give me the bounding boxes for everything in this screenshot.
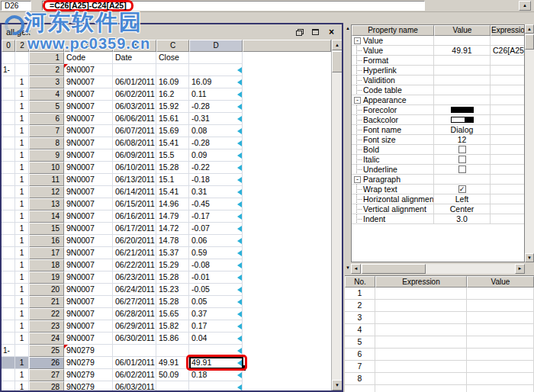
outline-cell[interactable]: 1 (15, 162, 29, 174)
cell-diff[interactable]: 0.04 (189, 333, 243, 345)
property-value[interactable] (434, 155, 491, 164)
cell-close[interactable]: 15.69 (156, 125, 189, 137)
cell-date[interactable]: 06/24/2011 (113, 284, 156, 296)
property-value[interactable]: 49.91 (434, 46, 491, 55)
row-header[interactable]: 10 (29, 162, 64, 174)
outline-cell[interactable] (2, 198, 15, 210)
cell-close[interactable]: 15.1 (156, 174, 189, 186)
cell-code[interactable]: 9N0007 (64, 284, 113, 296)
cell-code[interactable]: 9N0007 (64, 198, 113, 210)
property-value[interactable] (434, 175, 491, 184)
outline-cell[interactable]: 1 (15, 259, 29, 272)
cell-date[interactable] (113, 345, 156, 357)
property-expression[interactable] (491, 165, 524, 174)
property-name[interactable]: Bold (352, 145, 434, 154)
outline-cell[interactable]: 1 (15, 357, 29, 369)
value-cell[interactable] (467, 361, 534, 373)
formula-input[interactable]: =C26[A25]-C24[A25] (42, 1, 425, 11)
cell-date[interactable]: 06/09/2011 (113, 149, 156, 162)
property-name[interactable]: Value (352, 46, 434, 55)
property-value[interactable] (434, 95, 491, 104)
property-expression[interactable] (491, 125, 524, 134)
maximize-icon[interactable] (310, 27, 321, 37)
row-header[interactable]: 12 (29, 186, 64, 198)
cell-date[interactable]: 06/03/2011 (113, 101, 156, 113)
property-expression[interactable] (491, 175, 524, 184)
outline-cell[interactable] (2, 174, 15, 186)
outline-cell[interactable] (15, 64, 29, 76)
outline-cell[interactable] (2, 52, 15, 64)
row-header[interactable]: 6 (29, 113, 64, 125)
cell-date[interactable]: 06/23/2011 (113, 272, 156, 284)
row-header[interactable]: 20 (29, 284, 64, 296)
cell-diff[interactable]: -0.45 (189, 198, 243, 210)
row-header[interactable]: 3 (29, 76, 64, 88)
property-expression[interactable] (491, 185, 524, 194)
collapse-icon[interactable]: - (354, 37, 361, 44)
cell-close[interactable]: 15.41 (156, 186, 189, 198)
row-number-cell[interactable]: 1 (345, 288, 375, 300)
value-cell[interactable] (467, 312, 534, 324)
cell-date[interactable]: 06/22/2011 (113, 259, 156, 272)
checkbox-checked-icon[interactable]: ✓ (458, 185, 466, 193)
cell-close[interactable] (156, 345, 189, 357)
property-value[interactable] (434, 85, 491, 95)
cell-code[interactable]: 9N0007 (64, 149, 113, 162)
outline-cell[interactable] (2, 149, 15, 162)
column-header-c[interactable]: C (156, 40, 189, 52)
outline-cell[interactable] (2, 296, 15, 308)
outline-cell[interactable] (2, 320, 15, 333)
cell-diff[interactable]: 16.09 (189, 76, 243, 88)
outline-cell[interactable] (2, 381, 15, 390)
property-name[interactable]: -Paragraph (352, 175, 434, 184)
backcolor-swatch[interactable] (451, 117, 474, 123)
property-name[interactable]: Wrap text (352, 185, 434, 194)
cell-date[interactable]: 06/01/2011 (113, 357, 156, 369)
outline-cell[interactable]: 1 (15, 76, 29, 88)
cell-name-box[interactable]: D26 (1, 1, 31, 11)
outline-cell[interactable]: 1 (15, 320, 29, 333)
outline-cell[interactable] (15, 52, 29, 64)
row-header[interactable]: 18 (29, 259, 64, 272)
row-header[interactable]: 16 (29, 235, 64, 247)
value-header[interactable]: Value (467, 276, 534, 288)
cell-date[interactable]: 06/07/2011 (113, 125, 156, 137)
cell-code[interactable]: 9N0279 (64, 381, 113, 390)
cell-date[interactable]: 06/28/2011 (113, 308, 156, 320)
cell-code[interactable]: 9N0007 (64, 162, 113, 174)
cell-close[interactable]: 14.96 (156, 198, 189, 210)
outline-cell[interactable] (2, 357, 15, 369)
row-header[interactable]: 8 (29, 137, 64, 149)
property-expression[interactable] (491, 145, 524, 154)
property-expression[interactable] (491, 155, 524, 164)
expression-cell[interactable] (375, 312, 467, 324)
row-header[interactable]: 17 (29, 247, 64, 259)
property-name[interactable]: Hyperlink (352, 66, 434, 75)
cell-date[interactable]: 06/29/2011 (113, 320, 156, 333)
row-header[interactable]: 14 (29, 210, 64, 223)
outline-cell[interactable]: 1 (15, 137, 29, 149)
scroll-down-icon[interactable]: ▼ (525, 253, 534, 262)
expression-cell[interactable] (375, 349, 467, 361)
outline-cell[interactable]: 1 (15, 101, 29, 113)
panel-collapse-up-icon[interactable]: ▲ (345, 26, 351, 31)
row-header[interactable]: 23 (29, 320, 64, 333)
cell-code[interactable]: 9N0279 (64, 345, 113, 357)
row-number-cell[interactable]: 4 (345, 324, 375, 336)
outline-cell[interactable]: 1 (15, 149, 29, 162)
property-value[interactable]: Center (434, 204, 491, 214)
row-header[interactable]: 21 (29, 296, 64, 308)
property-expression[interactable] (491, 204, 524, 214)
row-number-cell[interactable] (345, 385, 375, 392)
outline-cell[interactable]: 1 (15, 296, 29, 308)
cell-date[interactable]: 06/15/2011 (113, 198, 156, 210)
cell-diff[interactable]: -0.31 (189, 113, 243, 125)
property-value[interactable] (434, 76, 491, 85)
scroll-down-icon[interactable]: ▼ (332, 380, 342, 390)
cell-code[interactable]: 9N0007 (64, 88, 113, 101)
cell-date[interactable]: 06/01/2011 (113, 76, 156, 88)
cell-code[interactable]: 9N0007 (64, 137, 113, 149)
restore-icon[interactable] (294, 27, 305, 37)
collapse-icon[interactable]: - (354, 176, 361, 183)
row-number-cell[interactable]: 2 (345, 300, 375, 312)
